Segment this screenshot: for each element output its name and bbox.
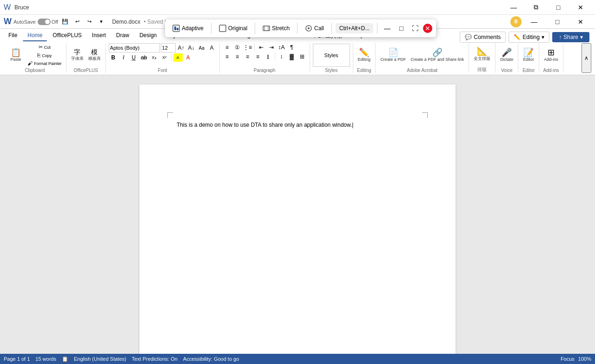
ribbon-group-clipboard: 📋 Paste ✂ Cut ⎘ Copy 🖌 Format Painter Cl… bbox=[4, 43, 66, 73]
underline-button[interactable]: U bbox=[129, 53, 139, 62]
tab-officeplus[interactable]: OfficePLUS bbox=[48, 31, 86, 41]
text-predictions-status[interactable]: Text Predictions: On bbox=[132, 356, 177, 362]
toolbar-divider-2 bbox=[255, 23, 255, 34]
dictate-button[interactable]: 🎤 Dictate bbox=[498, 47, 515, 63]
stretch-label: Stretch bbox=[272, 25, 290, 32]
decrease-indent-button[interactable]: ⇤ bbox=[257, 43, 266, 52]
close-app-button[interactable]: ✕ bbox=[570, 14, 591, 29]
cut-button[interactable]: ✂ Cut bbox=[26, 43, 63, 51]
highlight-button[interactable]: A bbox=[173, 53, 183, 62]
bold-button[interactable]: B bbox=[109, 53, 118, 62]
format-painter-button[interactable]: 🖌 Format Painter bbox=[26, 59, 63, 67]
subscript-button[interactable]: X₂ bbox=[150, 53, 159, 62]
clipboard-group-label: Clipboard bbox=[25, 68, 45, 73]
accessibility-status[interactable]: Accessibility: Good to go bbox=[183, 356, 239, 362]
copy-button[interactable]: ⎘ Copy bbox=[26, 52, 63, 59]
autosave-state: Off bbox=[52, 19, 58, 25]
restore-button[interactable]: ⧉ bbox=[525, 0, 547, 15]
focus-button[interactable]: Focus bbox=[561, 356, 575, 362]
border-button[interactable]: ⊞ bbox=[298, 52, 307, 61]
collapse-ribbon-button[interactable]: ∧ bbox=[582, 43, 591, 73]
ribbon-group-font: A↑ A↓ Aa A B I U ab X₂ X² A A Font bbox=[106, 43, 220, 73]
italic-button[interactable]: I bbox=[119, 53, 128, 62]
columns-button[interactable]: ⫿ bbox=[264, 52, 273, 61]
shortcut-button[interactable]: Ctrl+Alt+D... bbox=[336, 23, 373, 33]
share-button[interactable]: ↑ Share ▾ bbox=[552, 32, 589, 42]
tab-home[interactable]: Home bbox=[23, 31, 47, 41]
change-case-button[interactable]: Aa bbox=[197, 44, 206, 52]
clear-formatting-button[interactable]: A bbox=[207, 44, 217, 52]
toolbar-divider-3 bbox=[297, 23, 298, 34]
adaptive-button[interactable]: Adaptive bbox=[169, 23, 207, 34]
ziti-button[interactable]: 字 字体库 bbox=[69, 48, 86, 63]
customize-qa-button[interactable]: ▾ bbox=[96, 17, 106, 27]
call-button[interactable]: Call bbox=[301, 23, 328, 34]
svg-rect-3 bbox=[219, 25, 226, 32]
tab-design[interactable]: Design bbox=[135, 31, 161, 41]
bullet-list-button[interactable]: ≡ bbox=[223, 43, 232, 52]
call-label: Call bbox=[314, 25, 324, 32]
shading-button[interactable]: ▓ bbox=[287, 52, 297, 61]
restore-app-button[interactable]: □ bbox=[547, 14, 568, 29]
overlay-close-button[interactable]: ✕ bbox=[423, 24, 432, 33]
font-color-button[interactable]: A bbox=[184, 53, 193, 62]
increase-indent-button[interactable]: ⇥ bbox=[267, 43, 276, 52]
word-count[interactable]: 15 words bbox=[35, 356, 56, 362]
comments-button[interactable]: 💬 Comments bbox=[460, 32, 506, 43]
font-name-input[interactable] bbox=[109, 43, 160, 52]
maximize-button[interactable]: □ bbox=[548, 0, 569, 15]
user-avatar[interactable]: B bbox=[510, 16, 522, 27]
page-info[interactable]: Page 1 of 1 bbox=[4, 356, 30, 362]
justify-button[interactable]: ≡ bbox=[253, 52, 263, 61]
show-marks-button[interactable]: ¶ bbox=[287, 43, 297, 52]
title-bar: W Bruce — ⧉ □ ✕ bbox=[0, 0, 595, 15]
redo-button[interactable]: ↪ bbox=[84, 17, 94, 27]
adaptive-icon bbox=[172, 25, 180, 32]
align-left-button[interactable]: ≡ bbox=[223, 52, 232, 61]
align-right-button[interactable]: ≡ bbox=[243, 52, 252, 61]
paste-button[interactable]: 📋 Paste bbox=[7, 47, 25, 63]
language-status[interactable]: English (United States) bbox=[74, 356, 126, 362]
shrink-font-button[interactable]: A↓ bbox=[187, 44, 196, 52]
moban-button[interactable]: 模 模板库 bbox=[86, 48, 103, 63]
zoom-level[interactable]: 100% bbox=[578, 356, 591, 362]
document-page[interactable]: This is a demo on how to use DTA to shar… bbox=[139, 84, 456, 354]
close-button[interactable]: ✕ bbox=[570, 0, 591, 15]
numbered-list-button[interactable]: ① bbox=[233, 43, 242, 52]
overlay-minimize-button[interactable]: — bbox=[381, 22, 393, 34]
undo-button[interactable]: ↩ bbox=[72, 17, 82, 27]
tab-insert[interactable]: Insert bbox=[87, 31, 111, 41]
addins-button[interactable]: ⊞ Add-ins bbox=[542, 47, 560, 63]
editing-group-label: Editing bbox=[357, 68, 371, 73]
document-content[interactable]: This is a demo on how to use DTA to shar… bbox=[177, 122, 418, 128]
align-center-button[interactable]: ≡ bbox=[233, 52, 242, 61]
grow-font-button[interactable]: A↑ bbox=[177, 44, 186, 52]
minimize-app-button[interactable]: — bbox=[523, 14, 545, 29]
superscript-button[interactable]: X² bbox=[160, 53, 169, 62]
sort-button[interactable]: ↕A bbox=[277, 43, 286, 52]
editor-button[interactable]: 📝 Editor bbox=[521, 47, 536, 63]
layout-ribbon-button[interactable]: 📐 全文排版 bbox=[472, 46, 492, 63]
overlay-max-button[interactable]: □ bbox=[395, 22, 407, 34]
multilevel-list-button[interactable]: ⋮≡ bbox=[243, 43, 252, 52]
save-button[interactable]: 💾 bbox=[60, 17, 70, 27]
original-button[interactable]: Original bbox=[215, 23, 251, 34]
stretch-button[interactable]: Stretch bbox=[259, 23, 293, 34]
editing-ribbon-button[interactable]: ✏️ Editing bbox=[356, 47, 373, 63]
strikethrough-button[interactable]: ab bbox=[139, 53, 149, 62]
autosave-toggle[interactable]: Off bbox=[38, 19, 58, 25]
editing-button[interactable]: ✏️ Editing ▾ bbox=[509, 32, 549, 43]
line-spacing-button[interactable]: ↕ bbox=[277, 52, 286, 61]
ribbon-group-officeplus: 字 字体库 模 模板库 OfficePLUS bbox=[66, 43, 106, 73]
chevron-down-icon: ▾ bbox=[542, 34, 544, 40]
tab-draw[interactable]: Draw bbox=[112, 31, 134, 41]
tab-file[interactable]: File bbox=[4, 31, 22, 41]
svg-rect-1 bbox=[174, 26, 176, 30]
styles-gallery[interactable]: Styles bbox=[313, 44, 350, 67]
create-share-pdf-button[interactable]: 🔗 Create a PDF and Share link bbox=[409, 47, 466, 63]
minimize-button[interactable]: — bbox=[503, 0, 524, 15]
create-pdf-button[interactable]: 📄 Create a PDF bbox=[378, 47, 408, 63]
ribbon-group-editing: ✏️ Editing Editing bbox=[353, 43, 376, 73]
overlay-fullscreen-button[interactable]: ⛶ bbox=[409, 22, 421, 34]
font-size-input[interactable] bbox=[161, 43, 176, 52]
